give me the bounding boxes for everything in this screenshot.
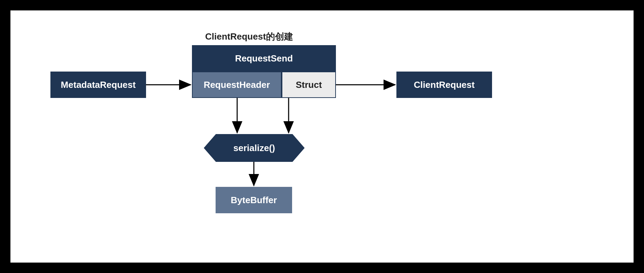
diagram-title: ClientRequest的创建 [205,31,293,43]
node-request-send: RequestSend [192,45,336,72]
node-metadata-request: MetadataRequest [50,72,146,98]
node-request-header: RequestHeader [192,72,282,98]
node-client-request: ClientRequest [396,72,492,98]
diagram-canvas: ClientRequest的创建 RequestSend RequestHead… [10,10,634,263]
node-serialize: serialize() [204,134,305,162]
node-byte-buffer: ByteBuffer [216,187,292,213]
node-struct: Struct [282,72,336,98]
